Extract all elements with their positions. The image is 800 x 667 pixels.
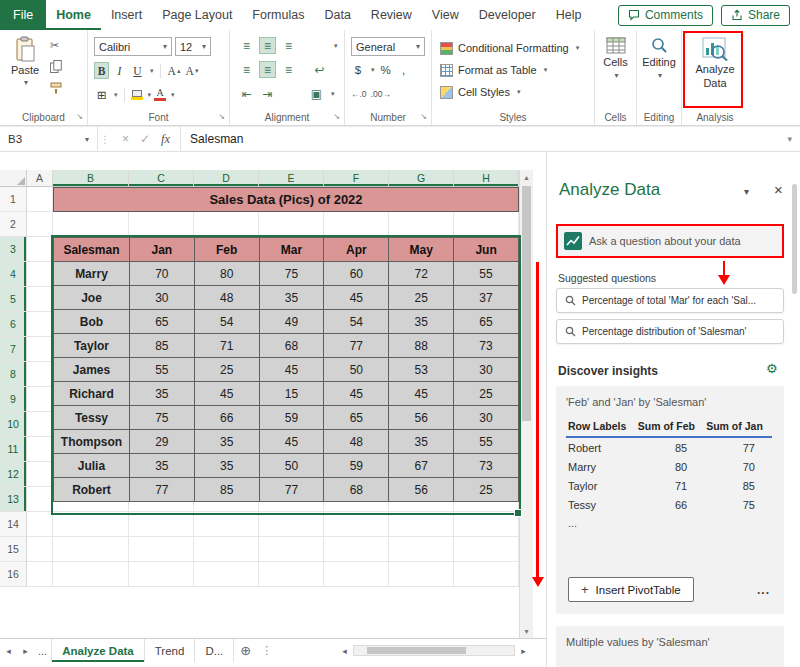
- cell-D16[interactable]: [194, 562, 259, 587]
- ribbon-tab-insert[interactable]: Insert: [101, 0, 152, 30]
- ribbon-tab-page-layout[interactable]: Page Layout: [152, 0, 242, 30]
- accounting-format-icon[interactable]: $: [351, 61, 365, 78]
- row-header-12[interactable]: 12: [0, 462, 27, 487]
- cell-F2[interactable]: [324, 212, 389, 237]
- sales-cell[interactable]: 30: [454, 358, 519, 382]
- cell-B16[interactable]: [53, 562, 129, 587]
- sales-cell[interactable]: 25: [454, 478, 519, 502]
- share-button[interactable]: Share: [721, 5, 790, 26]
- sales-cell[interactable]: Thompson: [54, 430, 130, 454]
- row-header-8[interactable]: 8: [0, 362, 27, 387]
- row-header-11[interactable]: 11: [0, 437, 27, 462]
- horizontal-scrollbar-thumb[interactable]: [367, 647, 466, 654]
- sales-cell[interactable]: 54: [324, 310, 389, 334]
- sales-cell[interactable]: 55: [454, 262, 519, 286]
- sales-cell[interactable]: 75: [129, 406, 194, 430]
- sales-cell[interactable]: James: [54, 358, 130, 382]
- sales-cell[interactable]: Robert: [54, 478, 130, 502]
- accounting-caret-icon[interactable]: ▾: [371, 66, 375, 74]
- scroll-up-icon[interactable]: ▴: [520, 170, 533, 184]
- sheet-title-cell[interactable]: Sales Data (Pics) of 2022: [53, 187, 519, 212]
- italic-button[interactable]: I: [112, 62, 127, 79]
- sales-cell[interactable]: 35: [194, 454, 259, 478]
- borders-button[interactable]: ⊞: [94, 86, 109, 103]
- cell-A15[interactable]: [27, 537, 53, 562]
- align-middle-icon[interactable]: ≡: [259, 37, 276, 54]
- column-header-D[interactable]: D: [194, 170, 259, 186]
- increase-decimal-icon[interactable]: ←.0: [351, 85, 367, 102]
- cell-A2[interactable]: [27, 212, 53, 237]
- cell-G16[interactable]: [389, 562, 454, 587]
- sales-cell[interactable]: 49: [259, 310, 324, 334]
- cell-E15[interactable]: [259, 537, 324, 562]
- cell-A5[interactable]: [27, 287, 53, 312]
- cell-C2[interactable]: [129, 212, 194, 237]
- sales-header-mar[interactable]: Mar: [259, 238, 324, 262]
- comma-style-icon[interactable]: ,: [397, 61, 411, 78]
- align-top-icon[interactable]: ≡: [238, 37, 255, 54]
- sales-header-may[interactable]: May: [389, 238, 454, 262]
- cell-G14[interactable]: [389, 512, 454, 537]
- comments-button[interactable]: Comments: [618, 5, 713, 26]
- sales-cell[interactable]: 53: [389, 358, 454, 382]
- formula-input[interactable]: Salesman: [181, 132, 779, 146]
- column-header-E[interactable]: E: [259, 170, 324, 186]
- select-all-corner[interactable]: [0, 170, 27, 186]
- cell-A12[interactable]: [27, 462, 53, 487]
- underline-caret-icon[interactable]: ▾: [150, 67, 154, 75]
- sales-cell[interactable]: 45: [259, 358, 324, 382]
- cell-C15[interactable]: [129, 537, 194, 562]
- horizontal-scrollbar[interactable]: ◂ ▸: [336, 639, 532, 662]
- cell-A1[interactable]: [27, 187, 53, 212]
- sales-cell[interactable]: 45: [194, 382, 259, 406]
- sales-cell[interactable]: 50: [324, 358, 389, 382]
- sales-cell[interactable]: 72: [389, 262, 454, 286]
- sales-cell[interactable]: 29: [129, 430, 194, 454]
- sales-cell[interactable]: Tessy: [54, 406, 130, 430]
- fill-handle[interactable]: [514, 509, 522, 517]
- sales-cell[interactable]: 25: [454, 382, 519, 406]
- cell-F16[interactable]: [324, 562, 389, 587]
- cell-B15[interactable]: [53, 537, 129, 562]
- sales-cell[interactable]: 77: [259, 478, 324, 502]
- font-name-select[interactable]: Calibri ▾: [94, 37, 172, 56]
- horizontal-scrollbar-track[interactable]: [353, 645, 515, 656]
- cell-D2[interactable]: [194, 212, 259, 237]
- sheet-nav-right-icon[interactable]: ▸: [17, 639, 34, 662]
- sales-cell[interactable]: 35: [194, 430, 259, 454]
- hidden-sheets-ellipsis[interactable]: ...: [34, 639, 51, 662]
- copy-icon[interactable]: [50, 60, 62, 73]
- insert-function-icon[interactable]: fx: [161, 132, 170, 147]
- ribbon-tab-review[interactable]: Review: [361, 0, 422, 30]
- row-header-3[interactable]: 3: [0, 237, 27, 262]
- cell-H14[interactable]: [454, 512, 519, 537]
- sales-cell[interactable]: 70: [129, 262, 194, 286]
- ribbon-tab-help[interactable]: Help: [546, 0, 592, 30]
- row-header-4[interactable]: 4: [0, 262, 27, 287]
- sales-cell[interactable]: 80: [194, 262, 259, 286]
- sales-cell[interactable]: 35: [389, 430, 454, 454]
- row-header-5[interactable]: 5: [0, 287, 27, 312]
- sales-cell[interactable]: 73: [454, 334, 519, 358]
- sales-cell[interactable]: 37: [454, 286, 519, 310]
- number-dialog-launcher[interactable]: ↘: [420, 112, 427, 121]
- sales-cell[interactable]: 45: [324, 286, 389, 310]
- column-header-A[interactable]: A: [27, 170, 53, 186]
- font-size-select[interactable]: 12 ▾: [175, 37, 211, 56]
- cell-B2[interactable]: [53, 212, 129, 237]
- sales-cell[interactable]: 65: [324, 406, 389, 430]
- column-header-C[interactable]: C: [129, 170, 194, 186]
- hscroll-right-icon[interactable]: ▸: [515, 646, 532, 656]
- conditional-formatting-button[interactable]: Conditional Formatting ▾: [440, 39, 579, 57]
- cell-A10[interactable]: [27, 412, 53, 437]
- sheet-options-icon[interactable]: ⋮: [257, 639, 276, 662]
- align-right-icon[interactable]: ≡: [280, 61, 297, 78]
- orientation-caret-icon[interactable]: ▾: [334, 42, 338, 50]
- scroll-down-icon[interactable]: ▾: [520, 624, 533, 638]
- sales-cell[interactable]: 45: [324, 382, 389, 406]
- sales-cell[interactable]: 35: [389, 310, 454, 334]
- sales-cell[interactable]: 77: [129, 478, 194, 502]
- decrease-font-size-button[interactable]: A▾: [185, 62, 200, 79]
- sales-cell[interactable]: 65: [129, 310, 194, 334]
- cell-A3[interactable]: [27, 237, 53, 262]
